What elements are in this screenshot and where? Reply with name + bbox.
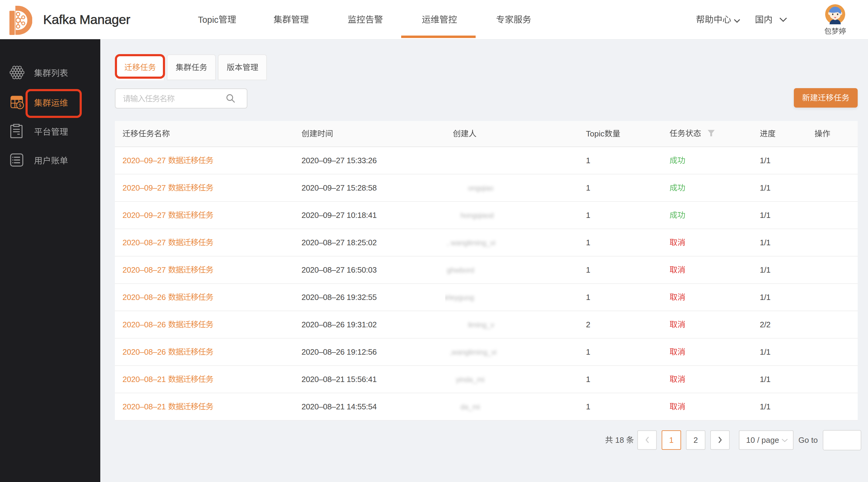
svg-text:$: $: [19, 103, 21, 108]
